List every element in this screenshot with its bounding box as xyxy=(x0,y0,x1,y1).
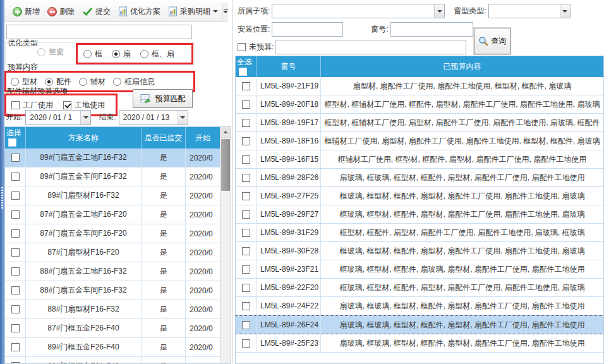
delete-button[interactable]: 删除 xyxy=(44,4,78,19)
checkbox-option[interactable]: 工厂使用 xyxy=(11,100,53,111)
end-date-picker[interactable]: 2020 / 01 / 13 xyxy=(119,110,188,125)
row-checkbox[interactable] xyxy=(11,248,20,257)
radio-option[interactable]: 框 xyxy=(83,49,102,59)
checkbox-option[interactable]: 工地使用 xyxy=(63,100,105,111)
row-checkbox[interactable] xyxy=(242,247,250,255)
plan-row[interactable]: 89#门扇五金工地F16-F32 是 2020/0 xyxy=(5,149,220,167)
radio-option[interactable]: 辅材 xyxy=(79,76,106,87)
row-checkbox[interactable] xyxy=(242,100,250,109)
radio-option[interactable]: 配件 xyxy=(45,76,71,87)
row-checkbox[interactable] xyxy=(242,321,250,329)
radio-option[interactable]: 整窗 xyxy=(37,47,64,58)
row-checkbox[interactable] xyxy=(11,267,20,276)
row-checkbox[interactable] xyxy=(11,324,20,332)
window-row[interactable]: LM5L-89#-18F16 框辅材工厂使用, 扇型材, 扇配件工厂使用, 扇配… xyxy=(236,132,603,150)
row-checkbox[interactable] xyxy=(11,229,20,238)
plan-row[interactable]: 87#门框五金F26-F40 是 2020/0 xyxy=(5,319,220,338)
window-row[interactable]: LM5L-89#-16F15 框辅材工厂使用, 框型材, 框配件, 扇型材, 扇… xyxy=(236,150,603,169)
window-row[interactable]: LM5L-89#-31F29 框型材, 框配件, 扇型材, 扇配件工厂使用, 扇… xyxy=(236,224,603,242)
splitter-grip[interactable] xyxy=(1,187,3,210)
window-no-input[interactable] xyxy=(390,22,473,37)
window-type-dropdown[interactable] xyxy=(488,4,571,18)
install-position-input[interactable] xyxy=(272,22,343,37)
start-cell: 2020/0 xyxy=(186,186,220,205)
plan-row[interactable]: 89#门扇型材F16-F32 是 2020/0 xyxy=(5,186,220,205)
unbudgeted-input[interactable] xyxy=(275,40,466,54)
row-checkbox[interactable] xyxy=(242,174,250,182)
row-checkbox[interactable] xyxy=(242,137,250,145)
chevron-down-icon xyxy=(83,116,88,119)
optimize-plan-button[interactable]: 优化方案 xyxy=(115,4,164,19)
row-checkbox[interactable] xyxy=(242,284,250,292)
row-checkbox[interactable] xyxy=(11,343,20,351)
row-checkbox[interactable] xyxy=(242,265,250,274)
window-no-cell: LM5L-89#-18F16 xyxy=(257,132,321,150)
row-checkbox[interactable] xyxy=(11,286,20,294)
plan-table-scrollbar[interactable] xyxy=(220,127,231,363)
submitted-cell: 是 xyxy=(142,319,186,337)
budget-match-button[interactable]: 预算匹配 xyxy=(133,89,193,108)
budgeted-content-cell: 框型材, 框配件, 扇型材, 扇配件工厂使用, 扇配件工地使用, 扇玻璃, 框玻… xyxy=(321,224,603,241)
query-button[interactable]: 查询 xyxy=(474,28,510,54)
budgeted-content-cell: 扇玻璃, 框玻璃, 框型材, 框配件, 扇型材, 扇配件工厂使用, 扇配件工地使… xyxy=(321,297,603,315)
window-row[interactable]: LM5L-89#-28F26 扇玻璃, 框玻璃, 框型材, 框配件, 扇型材, … xyxy=(236,169,603,187)
row-checkbox[interactable] xyxy=(11,173,20,181)
window-row[interactable]: LM5L-89#-23F21 框玻璃, 框型材, 框配件, 扇玻璃, 扇型材, … xyxy=(236,260,603,279)
window-row[interactable]: LM5L-89#-22F20 框玻璃, 框型材, 框配件, 扇型材, 扇配件工厂… xyxy=(236,279,603,297)
plan-row[interactable]: 88#门扇型材F16-F32 是 2020/0 xyxy=(5,300,220,319)
window-row[interactable]: LM5L-89#-27F25 框玻璃, 框型材, 框配件, 扇型材, 扇配件工厂… xyxy=(236,187,603,205)
window-row[interactable]: LM5L-89#-19F17 框型材, 框辅材工厂使用, 扇型材, 扇配件工厂使… xyxy=(236,114,603,132)
plan-row[interactable]: 88#门扇五金工地F16-F32 是 2020/0 xyxy=(5,262,220,281)
row-checkbox[interactable] xyxy=(242,192,250,200)
plan-row[interactable]: 88#门框五金F21-F40 是 2020/0 xyxy=(5,357,220,364)
window-row[interactable]: LM5L-89#-20F18 框型材, 框辅材工厂使用, 框配件, 扇型材, 扇… xyxy=(236,95,603,114)
window-row[interactable]: LM5L-89#-24F22 扇玻璃, 框玻璃, 框型材, 框配件, 扇型材, … xyxy=(236,297,603,315)
plan-row[interactable]: 88#门扇五金车间F16-F32 是 2020/0 xyxy=(5,281,220,300)
window-row[interactable]: LM5L-89#-25F23 扇玻璃, 框玻璃, 框型材, 框配件, 扇型材, … xyxy=(236,334,603,353)
window-row[interactable]: LM5L-89#-21F19 扇型材, 扇配件工厂使用, 扇配件工地使用, 框型… xyxy=(236,77,603,95)
radio-option[interactable]: 扇 xyxy=(112,49,131,59)
row-checkbox[interactable] xyxy=(11,154,20,162)
row-checkbox[interactable] xyxy=(242,302,250,310)
window-type-dropdown-button[interactable] xyxy=(560,4,570,18)
row-checkbox[interactable] xyxy=(242,229,250,237)
plan-row[interactable]: 87#门扇五金车间F16-F20 是 2020/0 xyxy=(5,224,220,243)
plan-row[interactable]: 89#门扇五金车间F16-F32 是 2020/0 xyxy=(5,167,220,186)
row-checkbox[interactable] xyxy=(11,210,20,219)
purchase-detail-button[interactable]: 采购明细 xyxy=(165,4,221,19)
window-row[interactable]: LM5L-89#-26F24 扇玻璃, 框玻璃, 框型材, 框配件, 扇型材, … xyxy=(236,315,603,334)
unbudgeted-checkbox[interactable] xyxy=(238,43,246,51)
row-checkbox[interactable] xyxy=(242,339,250,348)
row-checkbox[interactable] xyxy=(242,210,250,219)
budgeted-content-header: 已预算内容 xyxy=(321,56,603,77)
plan-row[interactable]: 89#门框五金F26-F40 是 2020/0 xyxy=(5,338,220,357)
budgeted-content-cell: 框玻璃, 框型材, 框配件, 扇型材, 扇配件工厂使用, 扇配件工地使用, 扇玻… xyxy=(321,187,603,205)
sub-item-dropdown-button[interactable] xyxy=(434,4,444,18)
row-checkbox[interactable] xyxy=(11,191,20,200)
chevron-down-icon[interactable] xyxy=(213,10,218,13)
sub-item-dropdown[interactable] xyxy=(272,4,445,18)
submit-button[interactable]: 提交 xyxy=(79,4,114,19)
scroll-up-button[interactable] xyxy=(220,127,231,138)
plan-row[interactable]: 87#门扇型材F16-F20 是 2020/0 xyxy=(5,243,220,262)
plan-row[interactable]: 87#门扇五金工地F16-F20 是 2020/0 xyxy=(5,205,220,224)
scrollbar-thumb[interactable] xyxy=(221,139,230,191)
radio-option[interactable]: 框扇信息 xyxy=(113,76,155,87)
add-button[interactable]: 新增 xyxy=(9,4,43,19)
start-date-dropdown-button[interactable] xyxy=(80,111,90,124)
toolbar-overflow-button[interactable] xyxy=(222,3,228,20)
plan-filter-input[interactable] xyxy=(6,25,192,39)
row-checkbox[interactable] xyxy=(242,155,250,164)
row-checkbox[interactable] xyxy=(11,305,20,313)
start-date-picker[interactable]: 2020 / 01 / 1 xyxy=(25,110,91,125)
radio-option[interactable]: 框、扇 xyxy=(140,49,174,59)
radio-option[interactable]: 型材 xyxy=(11,76,37,87)
window-row[interactable]: LM5L-89#-30F28 框玻璃, 框型材, 框配件, 扇型材, 扇配件工厂… xyxy=(236,242,603,260)
window-row[interactable]: LM5L-89#-29F27 框玻璃, 框型材, 框配件, 扇型材, 扇配件工厂… xyxy=(236,205,603,224)
start-date-value: 2020 / 01 / 1 xyxy=(26,113,76,122)
select-all-checkbox[interactable] xyxy=(8,138,16,147)
select-all-checkbox[interactable] xyxy=(239,68,247,76)
row-checkbox[interactable] xyxy=(242,82,250,90)
row-checkbox[interactable] xyxy=(242,119,250,127)
end-date-dropdown-button[interactable] xyxy=(178,111,188,124)
